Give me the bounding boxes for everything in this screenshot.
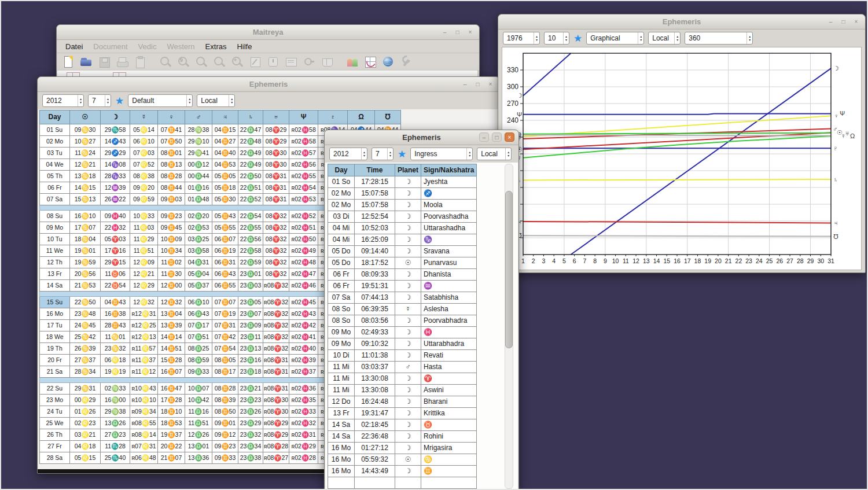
table-cell[interactable]: 04♊40 [212,148,238,159]
table-cell[interactable]: 13♊39 [158,320,185,331]
table-cell[interactable]: 16♍00 [101,395,130,406]
close-button[interactable]: × [505,132,514,142]
table-cell[interactable]: ʀ02♓31 [289,429,318,441]
table-cell[interactable]: 14♊14 [158,331,185,343]
maximize-button[interactable]: □ [838,17,848,26]
table-cell[interactable]: ☽ [395,188,421,200]
table-cell[interactable]: 29♐29 [101,148,130,159]
table-cell[interactable]: 08♈29 [263,124,289,136]
table-cell[interactable]: 08♈29 [263,136,289,148]
table-cell[interactable]: ♉ [421,419,477,431]
year-spinner[interactable]: 2012 ▴▾ [329,148,367,160]
table-cell[interactable]: 12♎26 [185,429,212,441]
table-cell[interactable]: 16 Mo [328,466,355,477]
table-cell[interactable]: 13♋18 [70,171,101,182]
graph-window-titlebar[interactable]: Ephemeris – □ × [498,14,865,30]
table-cell[interactable]: 10♊09 [158,234,185,245]
table-cell[interactable]: 11♌29 [130,234,158,245]
configuration-wrench-icon[interactable] [399,55,413,69]
table-cell[interactable]: 07 Sa [328,292,355,304]
table-cell[interactable]: Rohini [421,431,477,443]
table-cell[interactable]: 16♊47 [158,383,185,395]
table-cell[interactable]: 07♎51 [185,331,212,343]
table-cell[interactable]: 05♎04 [185,268,212,280]
table-cell[interactable]: 22♎49 [238,159,263,171]
table-cell[interactable]: ʀ02♓39 [289,355,318,366]
table-cell[interactable]: ʀ07♌31 [130,441,158,452]
table-cell[interactable]: 12 Do [328,396,355,408]
table-cell[interactable]: ʀ02♓52 [289,211,318,222]
table-cell[interactable]: 14♑08 [101,159,130,171]
table-cell[interactable]: 05♊43 [212,211,238,222]
table-cell[interactable]: 08♊28 [212,383,238,395]
table-cell[interactable]: ʀ02♓53 [289,194,318,205]
table-cell[interactable]: 06:39:35 [355,304,395,315]
table-cell[interactable]: 14 Sa [328,419,355,431]
table-cell[interactable]: ʀ02♓58 [289,136,318,148]
table-cell[interactable]: 05♈03 [101,234,130,245]
table-cell[interactable]: 23♎01 [238,268,263,280]
table-cell[interactable]: ʀ02♓28 [289,452,318,464]
table-cell[interactable]: 10♎07 [185,383,212,395]
table-cell[interactable]: ʀ02♓54 [289,182,318,194]
spinner-arrows-icon[interactable]: ▴▾ [78,95,83,106]
table-cell[interactable]: 20 Fr [40,355,70,366]
table-cell[interactable]: 14♊51 [158,343,185,355]
table-cell[interactable]: ʀ08♌14 [130,429,158,441]
table-cell[interactable]: 29♍41 [185,148,212,159]
table-cell[interactable]: ☽ [395,431,421,443]
table-cell[interactable]: ʀ08♈32 [263,331,289,343]
table-cell[interactable]: 09 Mo [328,338,355,350]
table-cell[interactable]: 08♊17 [212,366,238,378]
table-cell[interactable] [395,477,421,489]
table-cell[interactable]: 14:43:49 [355,466,395,477]
table-cell[interactable]: 29♍10 [185,136,212,148]
minimize-button[interactable]: – [479,132,489,142]
table-cell[interactable]: Moola [421,200,477,211]
table-cell[interactable]: 20♊22 [158,441,185,452]
table-cell[interactable]: ♊ [421,466,477,477]
table-cell[interactable]: 17:28:15 [355,176,395,188]
table-cell[interactable]: ʀ02♓45 [289,297,318,308]
table-cell[interactable]: Revati [421,350,477,362]
table-cell[interactable]: 13♊04 [158,308,185,320]
table-cell[interactable]: 11 Mi [328,362,355,373]
table-cell[interactable]: 08♊05 [212,355,238,366]
table-cell[interactable]: 23♎23 [238,395,263,406]
table-cell[interactable]: ☽ [395,327,421,338]
table-cell[interactable]: ʀ02♓48 [289,257,318,268]
table-cell[interactable]: 12♊00 [158,280,185,292]
table-cell[interactable]: 13♎36 [185,452,212,464]
atlas-globe-icon[interactable] [381,55,395,69]
table-cell[interactable]: 02♍33 [101,383,130,395]
table-cell[interactable]: 08♊50 [212,406,238,418]
table-cell[interactable]: 08♈32 [263,222,289,234]
table-cell[interactable]: ʀ02♓40 [289,343,318,355]
table-cell[interactable]: 12 Th [40,257,70,268]
table-cell[interactable]: ☽ [395,281,421,292]
table-cell[interactable]: 25♏40 [101,452,130,464]
table-cell[interactable]: 16:24:48 [355,396,395,408]
dropdown-arrows-icon[interactable]: ▴▾ [674,32,680,44]
table-cell[interactable]: 22♎47 [238,124,263,136]
table-cell[interactable]: 02♎20 [185,211,212,222]
table-cell[interactable]: 15♋13 [70,194,101,205]
table-cell[interactable]: ʀ08♈27 [263,452,289,464]
table-cell[interactable]: 28♑33 [101,171,130,182]
degrees-range-dropdown[interactable]: 360 ▴▾ [685,32,753,45]
table-cell[interactable]: 07♌52 [130,159,158,171]
table-cell[interactable]: ʀ11♌37 [130,355,158,366]
table-cell[interactable]: 02♎53 [185,222,212,234]
spinner-arrows-icon[interactable]: ▴▾ [534,32,539,44]
table-cell[interactable]: 06♎43 [185,308,212,320]
table-cell[interactable]: ʀ02♓35 [289,395,318,406]
table-cell[interactable]: ʀ11♌12 [130,366,158,378]
timezone-dropdown[interactable]: Local ▴▾ [648,32,681,45]
month-spinner[interactable]: 10 ▴▾ [544,32,569,45]
table-cell[interactable]: ʀ02♓32 [289,418,318,429]
table-cell[interactable]: 17♋07 [70,222,101,234]
table-cell[interactable]: 22♎52 [238,194,263,205]
table-cell[interactable]: 00♎44 [185,171,212,182]
table-cell[interactable]: 09:14:40 [355,246,395,257]
table-cell[interactable]: 02 Mo [328,200,355,211]
